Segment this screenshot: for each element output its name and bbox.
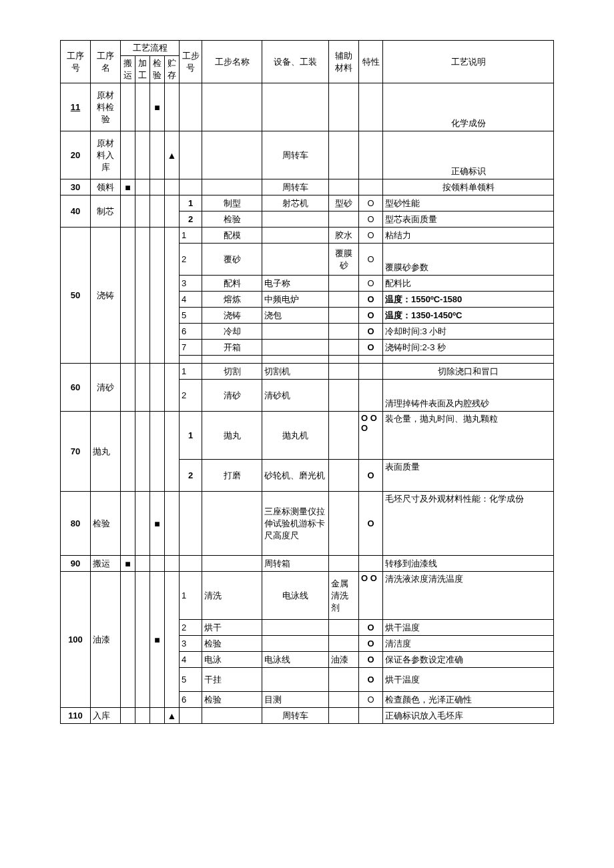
- flow-cell: [121, 228, 135, 364]
- flow-cell: [150, 179, 165, 195]
- proc-name: 领料: [91, 179, 121, 195]
- step-name: 熔炼: [202, 292, 262, 308]
- desc-cell: 清洁度: [383, 636, 554, 652]
- desc-cell: 配料比: [383, 276, 554, 292]
- table-row: 11原材料检验■化学成份: [61, 83, 554, 131]
- step-name: [202, 492, 262, 556]
- proc-no: 11: [61, 83, 91, 131]
- desc-cell: 温度：1350-1450ºC: [383, 308, 554, 324]
- aux-cell: [329, 364, 359, 380]
- char-cell: O: [359, 308, 383, 324]
- desc-cell: 型芯表面质量: [383, 211, 554, 228]
- aux-cell: [329, 292, 359, 308]
- flow-cell: [165, 228, 180, 364]
- desc-cell: 化学成份: [383, 83, 554, 131]
- hdr-flow-0: 搬运: [121, 56, 135, 83]
- proc-name: 检验: [91, 492, 121, 556]
- char-cell: O: [359, 276, 383, 292]
- desc-cell: 温度：1550ºC-1580: [383, 292, 554, 308]
- step-name: 浇铸: [202, 308, 262, 324]
- step-no: 1: [180, 195, 202, 211]
- char-cell: O: [359, 340, 383, 356]
- desc-cell: 转移到油漆线: [383, 556, 554, 572]
- char-cell: O OO: [359, 412, 383, 460]
- proc-no: 90: [61, 556, 91, 572]
- proc-no: 110: [61, 708, 91, 724]
- desc-cell: 毛坯尺寸及外观材料性能：化学成份: [383, 492, 554, 556]
- equip-cell: 周转车: [262, 708, 329, 724]
- aux-cell: [329, 324, 359, 340]
- equip-cell: 电子称: [262, 276, 329, 292]
- flow-cell: [121, 364, 135, 412]
- equip-cell: 周转箱: [262, 556, 329, 572]
- char-cell: [359, 356, 383, 364]
- step-no: [180, 708, 202, 724]
- step-name: [202, 356, 262, 364]
- desc-cell: 装仓量，抛丸时间、抛丸颗粒: [383, 412, 554, 460]
- flow-cell: [121, 572, 135, 708]
- flow-cell: [165, 556, 180, 572]
- hdr-step-no: 工步号: [180, 41, 202, 83]
- step-no: [180, 356, 202, 364]
- char-cell: O: [359, 620, 383, 636]
- desc-cell: 清理掉铸件表面及内腔残砂: [383, 380, 554, 412]
- proc-no: 20: [61, 131, 91, 179]
- equip-cell: 射芯机: [262, 195, 329, 211]
- hdr-proc-no: 工序号: [61, 41, 91, 83]
- equip-cell: 周转车: [262, 131, 329, 179]
- proc-name: 清砂: [91, 364, 121, 412]
- hdr-flow-3: 贮存: [165, 56, 180, 83]
- flow-cell: [135, 131, 150, 179]
- step-no: 7: [180, 340, 202, 356]
- aux-cell: [329, 692, 359, 708]
- char-cell: O: [359, 668, 383, 692]
- flow-cell: [150, 412, 165, 492]
- char-cell: O: [359, 244, 383, 276]
- flow-cell: [121, 412, 135, 492]
- step-no: 6: [180, 692, 202, 708]
- step-name: [202, 131, 262, 179]
- proc-name: 油漆: [91, 572, 121, 708]
- proc-name: 原材料入库: [91, 131, 121, 179]
- aux-cell: [329, 620, 359, 636]
- desc-cell: 切除浇口和冒口: [383, 364, 554, 380]
- equip-cell: [262, 356, 329, 364]
- step-no: 4: [180, 292, 202, 308]
- flow-cell: [150, 195, 165, 228]
- desc-cell: 烘干温度: [383, 668, 554, 692]
- equip-cell: [262, 244, 329, 276]
- equip-cell: 切割机: [262, 364, 329, 380]
- step-name: 配料: [202, 276, 262, 292]
- flow-cell: [150, 708, 165, 724]
- char-cell: [359, 83, 383, 131]
- aux-cell: [329, 131, 359, 179]
- flow-cell: [150, 131, 165, 179]
- flow-cell: [135, 708, 150, 724]
- equip-cell: [262, 83, 329, 131]
- char-cell: O: [359, 652, 383, 668]
- step-name: 干挂: [202, 668, 262, 692]
- desc-cell: 表面质量: [383, 460, 554, 492]
- equip-cell: [262, 211, 329, 228]
- flow-cell: [165, 179, 180, 195]
- char-cell: O: [359, 692, 383, 708]
- char-cell: O: [359, 211, 383, 228]
- flow-cell: [165, 572, 180, 708]
- equip-cell: 浇包: [262, 308, 329, 324]
- process-table: 工序号 工序名 工艺流程 工步号 工步名称 设备、工装 辅助材料 特性 工艺说明…: [60, 40, 554, 724]
- flow-cell: [150, 556, 165, 572]
- step-name: [202, 179, 262, 195]
- flow-cell: [121, 492, 135, 556]
- flow-cell: [135, 572, 150, 708]
- flow-cell: [135, 556, 150, 572]
- square-icon: ■: [150, 83, 165, 131]
- aux-cell: [329, 636, 359, 652]
- equip-cell: [262, 668, 329, 692]
- proc-name: 原材料检验: [91, 83, 121, 131]
- flow-cell: [150, 228, 165, 364]
- aux-cell: 金属清洗剂: [329, 572, 359, 620]
- desc-cell: 烘干温度: [383, 620, 554, 636]
- flow-cell: [135, 228, 150, 364]
- table-row: 100油漆■1清洗电泳线金属清洗剂O O清洗液浓度清洗温度: [61, 572, 554, 620]
- desc-cell: 冷却时间:3 小时: [383, 324, 554, 340]
